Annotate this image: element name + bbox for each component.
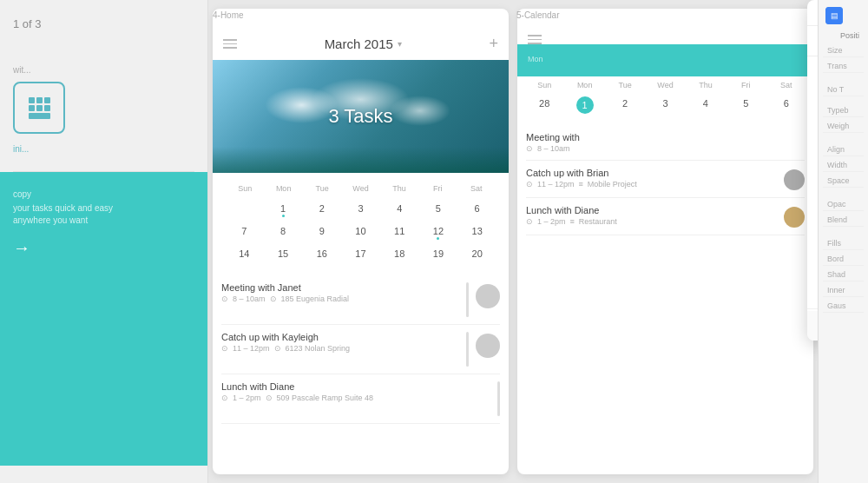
page-indicator: 1 of 3 <box>13 17 194 30</box>
event-item: Meeting with ⊙ 8 – 10am <box>526 125 805 161</box>
init-label: ini... <box>13 144 194 154</box>
week-day: Tue <box>605 81 645 89</box>
clock-icon: ⊙ <box>526 217 533 226</box>
cal-day[interactable]: 2 <box>303 200 340 221</box>
equals-icon: ≡ <box>579 180 583 189</box>
cal-day-today[interactable]: 9 <box>303 222 340 243</box>
duplicate-content-button[interactable]: DUPLICATE CONTENT ▶ <box>807 311 818 341</box>
event-item: Catch up with Brian ⊙ 11 – 12pm ≡ Mobile… <box>526 161 805 198</box>
chevron-down-icon: ▾ <box>398 39 402 49</box>
event-meta: ⊙ 8 – 10am <box>526 144 805 153</box>
clock-icon: ⊙ <box>526 144 533 153</box>
add-event-button[interactable]: + <box>489 35 498 53</box>
cal-day[interactable]: 3 <box>342 200 379 221</box>
event-item: Meeting with Janet ⊙ 8 – 10am ⊙ 185 Euge… <box>221 275 500 325</box>
align-left-icon[interactable]: ▤ <box>825 7 843 24</box>
week-num[interactable]: 5 <box>726 96 766 114</box>
event-details: Catch up with Kayleigh ⊙ 11 – 12pm ⊙ 612… <box>221 332 459 353</box>
hamburger-icon[interactable] <box>528 35 542 44</box>
event-scrollbar <box>466 332 469 367</box>
cal-day[interactable]: 18 <box>381 245 418 262</box>
cal-day[interactable]: 17 <box>342 245 379 262</box>
menu-item-email[interactable]: Email ✕ <box>807 195 818 223</box>
event-title: Catch up with Kayleigh <box>221 332 459 342</box>
cal-day[interactable]: 10 <box>342 222 379 243</box>
hamburger-icon[interactable] <box>223 39 237 49</box>
week-num[interactable]: 2 <box>605 96 645 114</box>
device-grid <box>29 97 50 119</box>
panel-4-home: March 2015 ▾ + 3 Tasks Sun Mon Tue Wed T… <box>213 9 509 474</box>
event-item: Lunch with Diane ⊙ 1 – 2pm ⊙ 509 Pascale… <box>221 374 500 424</box>
shad-label: Shad <box>823 268 864 281</box>
panel5-events-list: Meeting with ⊙ 8 – 10am Catch up with Br… <box>517 121 813 240</box>
week-day: Sat <box>766 81 806 89</box>
cal-day[interactable]: 19 <box>420 245 457 262</box>
right-icons-row: ▤ <box>823 4 864 27</box>
copy-label: copy <box>13 189 194 199</box>
cal-day[interactable]: 20 <box>458 245 496 262</box>
cal-day[interactable] <box>226 200 263 221</box>
pin-icon: ⊙ <box>266 394 273 402</box>
typeb-label: Typeb <box>823 104 864 117</box>
clock-icon: ⊙ <box>221 394 228 402</box>
align-label: Align <box>823 143 864 156</box>
week-num[interactable]: 6 <box>766 96 806 114</box>
panel-5-calendar: Mon Sun Mon Tue Wed Thu Fri Sat 28 1 2 3… <box>517 9 813 474</box>
menu-item-dates[interactable]: Dates ✕ <box>807 140 818 168</box>
cal-day[interactable]: 6 <box>458 200 496 221</box>
menu-item-cities[interactable]: Cities ✕ <box>807 251 818 279</box>
device-icon <box>13 82 65 134</box>
weigh-label: Weigh <box>823 120 864 133</box>
cal-day[interactable]: 7 <box>226 222 263 243</box>
day-mon: Mon <box>264 182 302 195</box>
cal-day[interactable]: 12 <box>420 222 457 243</box>
menu-item-countries[interactable]: Countries ✕ <box>807 223 818 251</box>
week-day: Thu <box>686 81 726 89</box>
week-num[interactable]: 28 <box>524 96 564 114</box>
panel4-header: March 2015 ▾ + <box>213 9 509 60</box>
menu-item-currency[interactable]: $ Currency ✕ <box>807 168 818 195</box>
panel4-label: 4-Home <box>213 10 244 20</box>
pin-icon: ⊙ <box>274 344 281 353</box>
panel-area: 4-Home 5-Calendar March 2015 ▾ + <box>208 0 818 483</box>
week-num[interactable]: 4 <box>686 96 726 114</box>
clock-icon: ⊙ <box>526 180 533 189</box>
fills-label: Fills <box>823 237 864 250</box>
cal-day[interactable]: 14 <box>226 245 263 262</box>
cal-day[interactable]: 4 <box>381 200 418 221</box>
day-thu: Thu <box>380 182 418 195</box>
cal-day[interactable]: 16 <box>303 245 340 262</box>
right-panel: ▤ Positi Size Trans No T Typeb Weigh Ali… <box>818 0 868 483</box>
tab-custom[interactable]: CUSTOM <box>807 0 818 25</box>
menu-item-article[interactable]: Article ✕ <box>807 112 818 140</box>
week-day: Sun <box>524 81 564 89</box>
event-title: Lunch with Diane <box>221 381 490 392</box>
event-meta: ⊙ 8 – 10am ⊙ 185 Eugenia Radial <box>221 294 459 303</box>
cal-day[interactable]: 5 <box>420 200 457 221</box>
menu-item-headlines[interactable]: Headlines ✕ <box>807 84 818 112</box>
menu-item-addresses[interactable]: Addresses ✕ <box>807 279 818 307</box>
menu-item-names[interactable]: Names ✕ <box>807 56 818 84</box>
event-details: Catch up with Brian ⊙ 11 – 12pm ≡ Mobile… <box>526 168 777 189</box>
cal-day[interactable]: 15 <box>265 245 302 262</box>
main-area: 1 of 3 wit... ini... copy your tasks qui… <box>0 0 868 483</box>
week-days-row: Sun Mon Tue Wed Thu Fri Sat <box>517 76 813 94</box>
day-fri: Fri <box>418 182 457 195</box>
placeholder-text-1: wit... <box>13 65 194 75</box>
cal-day[interactable]: 1 <box>265 200 302 221</box>
cal-day[interactable]: 8 <box>265 222 302 243</box>
event-item: Lunch with Diane ⊙ 1 – 2pm ≡ Restaurant <box>526 198 805 235</box>
day-sun: Sun <box>226 182 264 195</box>
calendar-days-header: Sun Mon Tue Wed Thu Fri Sat <box>226 182 496 195</box>
week-num[interactable]: 3 <box>645 96 685 114</box>
panel5-label: 5-Calendar <box>516 10 559 20</box>
week-num-today[interactable]: 1 <box>564 96 604 114</box>
week-numbers-row: 28 1 2 3 4 5 6 <box>517 94 813 121</box>
teal-calendar-header: Mon <box>517 44 813 76</box>
avatar <box>784 207 805 228</box>
cal-day[interactable]: 11 <box>381 222 418 243</box>
bord-label: Bord <box>823 253 864 266</box>
event-title: Catch up with Brian <box>526 168 777 178</box>
cal-day[interactable]: 13 <box>458 222 496 243</box>
clock-icon: ⊙ <box>221 344 228 353</box>
